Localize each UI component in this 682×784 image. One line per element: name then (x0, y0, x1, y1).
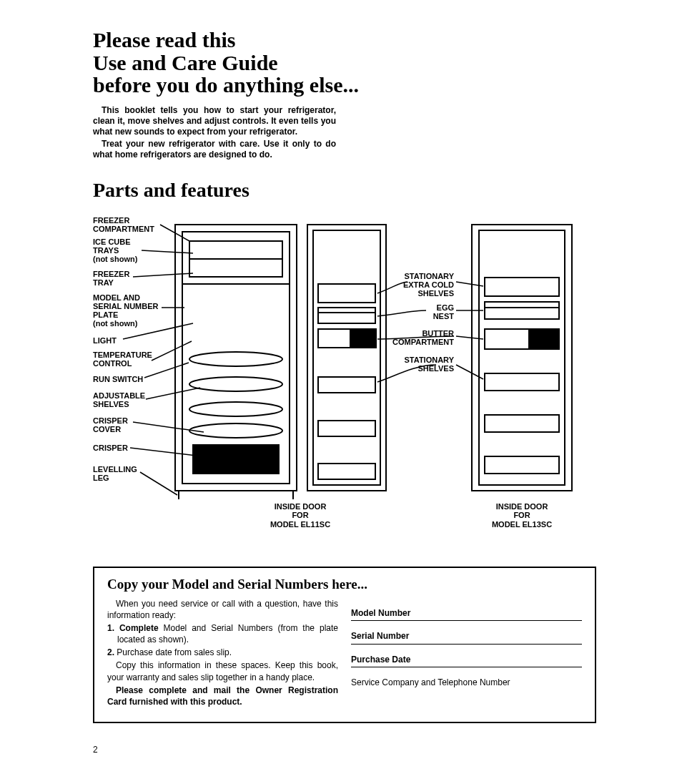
infobox-left-column: When you need service or call with a que… (107, 598, 338, 710)
svg-rect-22 (472, 225, 572, 491)
model-number-field[interactable]: Model Number (351, 608, 582, 622)
info-l3: 2. Purchase date from sales slip. (107, 647, 338, 658)
serial-number-field[interactable]: Serial Number (351, 631, 582, 645)
svg-rect-30 (485, 415, 559, 432)
page-number: 2 (93, 745, 596, 755)
intro-p1: This booklet tells you how to start your… (93, 105, 336, 137)
svg-line-39 (146, 388, 200, 399)
svg-rect-17 (350, 329, 376, 348)
title-line-3: before you do anything else... (93, 73, 359, 97)
svg-rect-19 (318, 377, 375, 393)
purchase-date-label: Purchase Date (351, 655, 582, 666)
svg-rect-13 (313, 230, 380, 485)
svg-line-33 (142, 250, 193, 253)
svg-point-8 (189, 423, 282, 438)
info-l4: Copy this information in these spaces. K… (107, 660, 338, 682)
serial-number-label: Serial Number (351, 631, 582, 642)
service-company-field[interactable]: Service Company and Telephone Number (351, 677, 582, 689)
main-title: Please read this Use and Care Guide befo… (93, 29, 596, 97)
title-line-1: Please read this (93, 28, 235, 52)
svg-rect-20 (318, 421, 375, 436)
refrigerator-diagram-svg (93, 216, 593, 545)
service-company-label: Service Company and Telephone Number (351, 677, 510, 687)
svg-rect-9 (193, 445, 279, 474)
svg-rect-25 (485, 302, 559, 319)
svg-rect-31 (485, 456, 559, 474)
svg-point-5 (189, 352, 282, 366)
svg-line-37 (152, 341, 192, 361)
svg-rect-27 (529, 329, 559, 349)
svg-rect-15 (318, 308, 375, 323)
info-l2: 1. Complete Model and Serial Numbers (fr… (107, 622, 338, 645)
svg-line-40 (133, 422, 204, 432)
svg-rect-23 (479, 230, 565, 485)
svg-line-42 (140, 472, 177, 495)
intro-p2: Treat your new refrigerator with care. U… (93, 139, 336, 160)
title-line-2: Use and Care Guide (93, 51, 278, 74)
svg-rect-14 (318, 284, 375, 303)
model-serial-box: Copy your Model and Serial Numbers here.… (93, 567, 596, 724)
svg-line-34 (133, 273, 193, 277)
infobox-heading: Copy your Model and Serial Numbers here.… (107, 577, 582, 592)
info-l5: Please complete and mail the Owner Regis… (107, 685, 338, 707)
model-number-label: Model Number (351, 608, 582, 619)
parts-diagram: FREEZERCOMPARTMENT ICE CUBETRAYS(not sho… (93, 216, 593, 545)
purchase-date-field[interactable]: Purchase Date (351, 655, 582, 668)
svg-rect-24 (485, 278, 559, 296)
page: Please read this Use and Care Guide befo… (0, 0, 682, 769)
info-l1: When you need service or call with a que… (107, 598, 338, 621)
svg-point-7 (189, 402, 282, 416)
svg-point-6 (189, 377, 282, 391)
parts-heading: Parts and features (93, 179, 596, 202)
svg-line-41 (130, 448, 197, 456)
infobox-columns: When you need service or call with a que… (107, 598, 582, 710)
infobox-right-column: Model Number Serial Number Purchase Date… (351, 598, 582, 710)
svg-rect-21 (318, 464, 375, 479)
intro-block: This booklet tells you how to start your… (93, 105, 336, 160)
svg-rect-12 (307, 225, 386, 491)
svg-rect-29 (485, 373, 559, 391)
